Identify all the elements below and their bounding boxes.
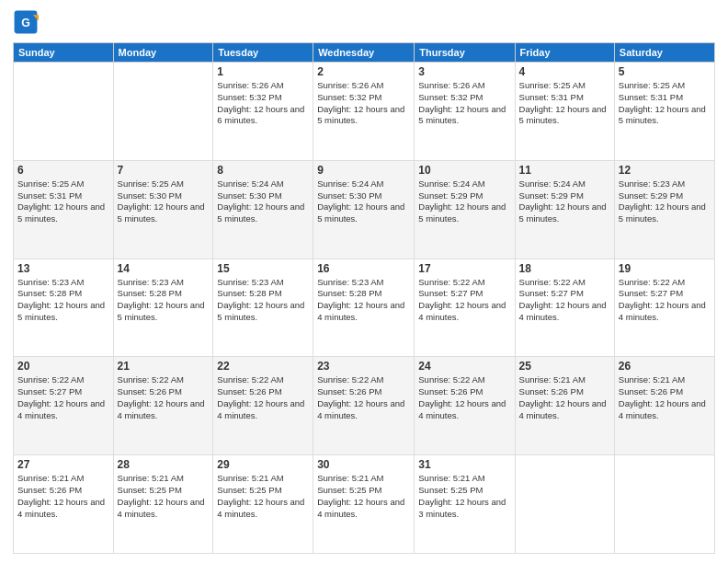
calendar-cell: 27Sunrise: 5:21 AMSunset: 5:26 PMDayligh… (14, 455, 114, 554)
day-number: 15 (217, 262, 309, 275)
calendar-cell: 29Sunrise: 5:21 AMSunset: 5:25 PMDayligh… (213, 455, 313, 554)
day-number: 23 (317, 360, 410, 373)
day-info: Sunrise: 5:22 AMSunset: 5:26 PMDaylight:… (418, 374, 510, 421)
calendar-cell: 13Sunrise: 5:23 AMSunset: 5:28 PMDayligh… (14, 259, 114, 357)
calendar-cell: 16Sunrise: 5:23 AMSunset: 5:28 PMDayligh… (313, 259, 415, 357)
day-info: Sunrise: 5:22 AMSunset: 5:26 PMDaylight:… (317, 374, 410, 421)
day-info: Sunrise: 5:21 AMSunset: 5:25 PMDaylight:… (317, 473, 410, 520)
day-info: Sunrise: 5:25 AMSunset: 5:31 PMDaylight:… (619, 80, 711, 127)
weekday-header: Friday (515, 43, 614, 63)
day-info: Sunrise: 5:25 AMSunset: 5:31 PMDaylight:… (17, 178, 109, 225)
day-number: 19 (619, 262, 711, 275)
day-number: 18 (519, 262, 610, 275)
day-info: Sunrise: 5:21 AMSunset: 5:25 PMDaylight:… (118, 473, 210, 520)
day-info: Sunrise: 5:23 AMSunset: 5:28 PMDaylight:… (217, 277, 309, 324)
day-number: 11 (519, 164, 610, 177)
day-info: Sunrise: 5:23 AMSunset: 5:28 PMDaylight:… (317, 277, 410, 324)
day-info: Sunrise: 5:23 AMSunset: 5:29 PMDaylight:… (619, 178, 711, 225)
calendar-cell: 21Sunrise: 5:22 AMSunset: 5:26 PMDayligh… (113, 357, 213, 455)
day-info: Sunrise: 5:24 AMSunset: 5:29 PMDaylight:… (519, 178, 610, 225)
calendar-cell: 6Sunrise: 5:25 AMSunset: 5:31 PMDaylight… (14, 160, 114, 259)
day-info: Sunrise: 5:25 AMSunset: 5:31 PMDaylight:… (519, 80, 610, 127)
logo-icon: G (13, 9, 39, 35)
calendar-cell: 31Sunrise: 5:21 AMSunset: 5:25 PMDayligh… (415, 455, 515, 554)
calendar-cell: 5Sunrise: 5:25 AMSunset: 5:31 PMDaylight… (614, 63, 714, 161)
day-info: Sunrise: 5:26 AMSunset: 5:32 PMDaylight:… (418, 80, 510, 127)
weekday-header: Monday (113, 43, 213, 63)
day-number: 9 (317, 164, 410, 177)
day-info: Sunrise: 5:21 AMSunset: 5:26 PMDaylight:… (17, 473, 109, 520)
day-number: 26 (619, 360, 711, 373)
day-info: Sunrise: 5:21 AMSunset: 5:25 PMDaylight:… (217, 473, 309, 520)
calendar-cell: 30Sunrise: 5:21 AMSunset: 5:25 PMDayligh… (313, 455, 415, 554)
logo: G (13, 9, 40, 35)
day-number: 3 (418, 65, 510, 78)
day-number: 6 (17, 164, 109, 177)
calendar-cell: 15Sunrise: 5:23 AMSunset: 5:28 PMDayligh… (213, 259, 313, 357)
calendar-cell: 18Sunrise: 5:22 AMSunset: 5:27 PMDayligh… (515, 259, 614, 357)
calendar-cell: 12Sunrise: 5:23 AMSunset: 5:29 PMDayligh… (614, 160, 714, 259)
day-number: 2 (317, 65, 410, 78)
calendar-cell (614, 455, 714, 554)
day-info: Sunrise: 5:22 AMSunset: 5:27 PMDaylight:… (17, 374, 109, 421)
calendar-cell: 11Sunrise: 5:24 AMSunset: 5:29 PMDayligh… (515, 160, 614, 259)
day-info: Sunrise: 5:22 AMSunset: 5:27 PMDaylight:… (619, 277, 711, 324)
weekday-header: Tuesday (213, 43, 313, 63)
calendar-cell: 7Sunrise: 5:25 AMSunset: 5:30 PMDaylight… (113, 160, 213, 259)
day-number: 24 (418, 360, 510, 373)
calendar-cell (14, 63, 114, 161)
calendar-cell: 17Sunrise: 5:22 AMSunset: 5:27 PMDayligh… (415, 259, 515, 357)
svg-text:G: G (21, 17, 30, 29)
day-number: 25 (519, 360, 610, 373)
day-number: 17 (418, 262, 510, 275)
day-number: 29 (217, 458, 309, 471)
calendar-cell: 3Sunrise: 5:26 AMSunset: 5:32 PMDaylight… (415, 63, 515, 161)
weekday-header: Sunday (14, 43, 114, 63)
calendar-cell: 1Sunrise: 5:26 AMSunset: 5:32 PMDaylight… (213, 63, 313, 161)
calendar-cell: 4Sunrise: 5:25 AMSunset: 5:31 PMDaylight… (515, 63, 614, 161)
day-number: 1 (217, 65, 309, 78)
weekday-header: Wednesday (313, 43, 415, 63)
calendar-cell: 26Sunrise: 5:21 AMSunset: 5:26 PMDayligh… (614, 357, 714, 455)
day-number: 4 (519, 65, 610, 78)
calendar-cell: 24Sunrise: 5:22 AMSunset: 5:26 PMDayligh… (415, 357, 515, 455)
calendar-cell: 22Sunrise: 5:22 AMSunset: 5:26 PMDayligh… (213, 357, 313, 455)
day-number: 22 (217, 360, 309, 373)
day-number: 21 (118, 360, 210, 373)
day-info: Sunrise: 5:24 AMSunset: 5:30 PMDaylight:… (217, 178, 309, 225)
header: G (13, 9, 715, 35)
calendar-cell (515, 455, 614, 554)
day-info: Sunrise: 5:21 AMSunset: 5:26 PMDaylight:… (519, 374, 610, 421)
day-number: 13 (17, 262, 109, 275)
day-info: Sunrise: 5:26 AMSunset: 5:32 PMDaylight:… (217, 80, 309, 127)
calendar-cell: 10Sunrise: 5:24 AMSunset: 5:29 PMDayligh… (415, 160, 515, 259)
weekday-header: Thursday (415, 43, 515, 63)
day-info: Sunrise: 5:24 AMSunset: 5:30 PMDaylight:… (317, 178, 410, 225)
day-number: 8 (217, 164, 309, 177)
day-number: 27 (17, 458, 109, 471)
calendar-cell: 9Sunrise: 5:24 AMSunset: 5:30 PMDaylight… (313, 160, 415, 259)
calendar-cell (113, 63, 213, 161)
day-info: Sunrise: 5:26 AMSunset: 5:32 PMDaylight:… (317, 80, 410, 127)
day-info: Sunrise: 5:25 AMSunset: 5:30 PMDaylight:… (118, 178, 210, 225)
calendar-cell: 20Sunrise: 5:22 AMSunset: 5:27 PMDayligh… (14, 357, 114, 455)
calendar-cell: 14Sunrise: 5:23 AMSunset: 5:28 PMDayligh… (113, 259, 213, 357)
day-number: 7 (118, 164, 210, 177)
day-number: 16 (317, 262, 410, 275)
day-info: Sunrise: 5:23 AMSunset: 5:28 PMDaylight:… (17, 277, 109, 324)
calendar-cell: 28Sunrise: 5:21 AMSunset: 5:25 PMDayligh… (113, 455, 213, 554)
page-container: G SundayMondayTuesdayWednesdayThursdayFr… (0, 0, 728, 563)
day-number: 14 (118, 262, 210, 275)
calendar-cell: 8Sunrise: 5:24 AMSunset: 5:30 PMDaylight… (213, 160, 313, 259)
day-info: Sunrise: 5:24 AMSunset: 5:29 PMDaylight:… (418, 178, 510, 225)
weekday-header: Saturday (614, 43, 714, 63)
day-number: 20 (17, 360, 109, 373)
day-info: Sunrise: 5:21 AMSunset: 5:26 PMDaylight:… (619, 374, 711, 421)
day-number: 5 (619, 65, 711, 78)
day-number: 28 (118, 458, 210, 471)
day-number: 12 (619, 164, 711, 177)
day-info: Sunrise: 5:21 AMSunset: 5:25 PMDaylight:… (418, 473, 510, 520)
day-info: Sunrise: 5:22 AMSunset: 5:26 PMDaylight:… (118, 374, 210, 421)
calendar-cell: 23Sunrise: 5:22 AMSunset: 5:26 PMDayligh… (313, 357, 415, 455)
calendar-cell: 2Sunrise: 5:26 AMSunset: 5:32 PMDaylight… (313, 63, 415, 161)
